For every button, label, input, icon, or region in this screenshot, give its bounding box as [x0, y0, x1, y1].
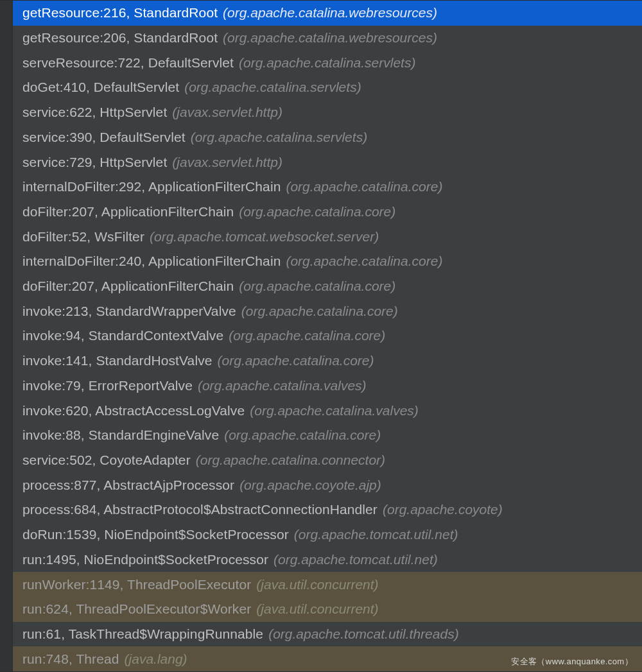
frame-package-label: (org.apache.coyote.ajp)	[239, 478, 381, 493]
stack-frame[interactable]: serveResource:722, DefaultServlet(org.ap…	[13, 50, 642, 75]
stack-frames-panel: getResource:216, StandardRoot(org.apache…	[0, 0, 642, 672]
frame-package-label: (java.util.concurrent)	[256, 601, 378, 617]
frame-package-label: (org.apache.catalina.core)	[224, 427, 381, 443]
frame-main-label: invoke:620, AbstractAccessLogValve	[22, 403, 245, 418]
frame-package-label: (org.apache.catalina.webresources)	[223, 5, 437, 21]
stack-frame[interactable]: doGet:410, DefaultServlet(org.apache.cat…	[13, 75, 642, 100]
stack-frame[interactable]: process:684, AbstractProtocol$AbstractCo…	[13, 497, 642, 522]
frame-package-label: (org.apache.catalina.core)	[218, 353, 374, 368]
stack-frame[interactable]: getResource:216, StandardRoot(org.apache…	[13, 1, 642, 26]
frame-package-label: (org.apache.catalina.connector)	[196, 452, 385, 468]
frame-main-label: service:502, CoyoteAdapter	[22, 452, 191, 468]
stack-frame[interactable]: invoke:79, ErrorReportValve(org.apache.c…	[13, 374, 642, 399]
frame-package-label: (org.apache.tomcat.util.net)	[294, 527, 458, 542]
frame-package-label: (org.apache.coyote)	[383, 502, 503, 517]
stack-frame[interactable]: invoke:213, StandardWrapperValve(org.apa…	[13, 298, 642, 323]
stack-frame[interactable]: service:622, HttpServlet(javax.servlet.h…	[13, 100, 642, 125]
frame-package-label: (org.apache.catalina.valves)	[250, 403, 419, 418]
frame-package-label: (org.apache.tomcat.websocket.server)	[150, 229, 379, 245]
stack-frame[interactable]: internalDoFilter:292, ApplicationFilterC…	[13, 175, 642, 200]
frame-package-label: (org.apache.catalina.webresources)	[223, 30, 437, 46]
panel-gutter	[0, 1, 13, 671]
frame-package-label: (org.apache.catalina.servlets)	[191, 130, 367, 145]
frame-main-label: doFilter:207, ApplicationFilterChain	[22, 204, 234, 220]
stack-frame[interactable]: doRun:1539, NioEndpoint$SocketProcessor(…	[13, 522, 642, 547]
frame-main-label: doRun:1539, NioEndpoint$SocketProcessor	[22, 527, 289, 542]
frame-package-label: (org.apache.tomcat.util.threads)	[268, 626, 458, 642]
frame-package-label: (org.apache.catalina.core)	[286, 179, 442, 194]
frame-package-label: (org.apache.catalina.core)	[239, 279, 395, 294]
stack-frame[interactable]: getResource:206, StandardRoot(org.apache…	[13, 26, 642, 51]
frame-package-label: (org.apache.catalina.servlets)	[239, 55, 415, 71]
frame-package-label: (org.apache.catalina.core)	[239, 204, 395, 220]
frame-package-label: (org.apache.catalina.valves)	[198, 378, 367, 393]
frame-main-label: run:61, TaskThread$WrappingRunnable	[22, 626, 263, 642]
stack-frame[interactable]: invoke:88, StandardEngineValve(org.apach…	[13, 423, 642, 448]
stack-frame[interactable]: service:502, CoyoteAdapter(org.apache.ca…	[13, 448, 642, 473]
frame-main-label: doFilter:52, WsFilter	[22, 229, 144, 245]
frame-package-label: (org.apache.catalina.servlets)	[184, 80, 361, 95]
frame-package-label: (org.apache.catalina.core)	[229, 328, 385, 343]
frame-main-label: service:622, HttpServlet	[22, 105, 167, 120]
stack-frame[interactable]: run:624, ThreadPoolExecutor$Worker(java.…	[13, 597, 642, 622]
frame-main-label: run:1495, NioEndpoint$SocketProcessor	[22, 552, 268, 567]
frame-main-label: service:390, DefaultServlet	[22, 130, 186, 145]
stack-frame[interactable]: run:61, TaskThread$WrappingRunnable(org.…	[13, 622, 642, 647]
frame-main-label: internalDoFilter:292, ApplicationFilterC…	[22, 179, 281, 194]
frame-package-label: (org.apache.tomcat.util.net)	[273, 552, 438, 567]
frame-main-label: getResource:216, StandardRoot	[22, 5, 218, 21]
stack-frame[interactable]: doFilter:207, ApplicationFilterChain(org…	[13, 274, 642, 299]
frame-main-label: service:729, HttpServlet	[22, 155, 167, 170]
stack-frame[interactable]: run:1495, NioEndpoint$SocketProcessor(or…	[13, 547, 642, 572]
frame-main-label: doGet:410, DefaultServlet	[22, 80, 179, 95]
stack-frame[interactable]: doFilter:207, ApplicationFilterChain(org…	[13, 200, 642, 225]
frame-package-label: (javax.servlet.http)	[172, 155, 282, 170]
watermark-text: 安全客（www.anquanke.com）	[511, 656, 633, 668]
frame-main-label: invoke:141, StandardHostValve	[22, 353, 213, 368]
stack-frame[interactable]: doFilter:52, WsFilter(org.apache.tomcat.…	[13, 224, 642, 249]
frame-package-label: (javax.servlet.http)	[172, 105, 282, 120]
stack-frame[interactable]: internalDoFilter:240, ApplicationFilterC…	[13, 249, 642, 274]
frame-package-label: (org.apache.catalina.core)	[241, 304, 398, 319]
stack-frame[interactable]: invoke:94, StandardContextValve(org.apac…	[13, 323, 642, 349]
frame-package-label: (java.util.concurrent)	[256, 577, 378, 592]
frame-main-label: invoke:79, ErrorReportValve	[22, 378, 193, 393]
frame-main-label: run:748, Thread	[22, 651, 119, 667]
frame-main-label: invoke:213, StandardWrapperValve	[22, 304, 236, 319]
frame-main-label: doFilter:207, ApplicationFilterChain	[22, 279, 234, 294]
stack-frame[interactable]: service:390, DefaultServlet(org.apache.c…	[13, 125, 642, 150]
stack-frame[interactable]: process:877, AbstractAjpProcessor(org.ap…	[13, 472, 642, 497]
stack-frame[interactable]: invoke:141, StandardHostValve(org.apache…	[13, 349, 642, 374]
frame-main-label: getResource:206, StandardRoot	[22, 30, 218, 46]
frame-main-label: run:624, ThreadPoolExecutor$Worker	[22, 601, 251, 617]
frame-main-label: process:684, AbstractProtocol$AbstractCo…	[22, 502, 377, 517]
stack-frame[interactable]: invoke:620, AbstractAccessLogValve(org.a…	[13, 398, 642, 423]
frame-main-label: invoke:94, StandardContextValve	[22, 328, 223, 343]
frame-main-label: invoke:88, StandardEngineValve	[22, 427, 219, 443]
frame-main-label: process:877, AbstractAjpProcessor	[22, 478, 234, 493]
frame-main-label: serveResource:722, DefaultServlet	[22, 55, 234, 71]
stack-frame[interactable]: runWorker:1149, ThreadPoolExecutor(java.…	[13, 572, 642, 597]
frame-package-label: (java.lang)	[125, 651, 187, 667]
stack-frame[interactable]: service:729, HttpServlet(javax.servlet.h…	[13, 150, 642, 175]
frame-main-label: internalDoFilter:240, ApplicationFilterC…	[22, 254, 281, 269]
frame-main-label: runWorker:1149, ThreadPoolExecutor	[22, 577, 251, 592]
frame-package-label: (org.apache.catalina.core)	[286, 254, 442, 269]
stack-frames-list: getResource:216, StandardRoot(org.apache…	[13, 1, 642, 671]
